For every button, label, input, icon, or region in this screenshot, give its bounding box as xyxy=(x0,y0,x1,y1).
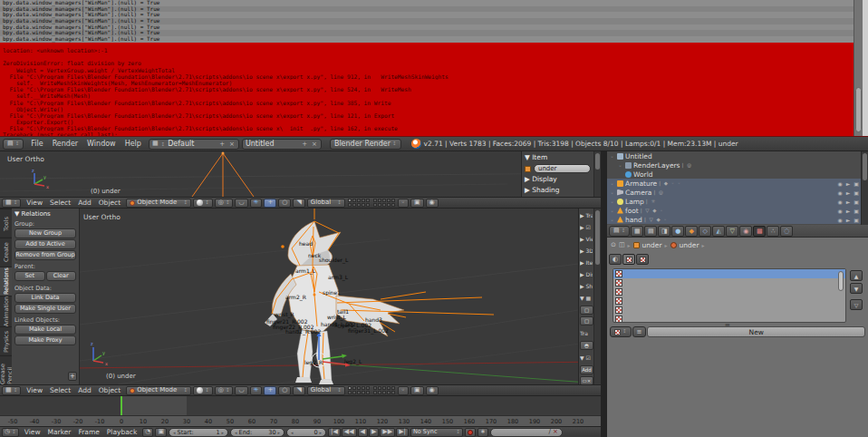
eye-toggle-icon[interactable]: ◉ xyxy=(837,208,842,214)
expand-toggle-icon[interactable]: ◦ xyxy=(609,217,615,223)
editor-type-button[interactable]: ▦↕ xyxy=(2,199,21,208)
playback-button[interactable]: ◀◀ xyxy=(342,428,357,437)
properties-editor[interactable]: ▤↕ ▦▤◨●◆◇◭▽◉▩∴◌ ⊙ ◫ ▸ under ▸ under ▸ ◐ xyxy=(607,225,868,437)
pivot-center-select[interactable]: ◎↕ xyxy=(215,386,234,395)
layers-grid-1[interactable] xyxy=(348,199,370,207)
pin-icon[interactable]: ⊙ xyxy=(611,242,616,248)
npanel-add-button[interactable]: Add xyxy=(580,365,593,374)
npanel-collapsed-header[interactable]: ▶ Vie xyxy=(580,233,593,245)
outliner-row[interactable]: ◦ hand | ▽ ◆ ◦ ◉►▣ xyxy=(607,215,868,224)
add-scene-button[interactable]: + xyxy=(301,141,308,148)
outliner[interactable]: ◦ Untitled ◉►▣ ◦ RenderLayers | ◎ ◉►▣ ◦ … xyxy=(607,151,868,225)
scrollbar-thumb[interactable] xyxy=(855,87,862,132)
texture-slot-row[interactable] xyxy=(613,287,845,296)
menu-item[interactable]: Render xyxy=(48,140,82,148)
npanel-collapsed-header[interactable]: ▶ Tra xyxy=(580,209,593,221)
view-main-scrollbar[interactable] xyxy=(593,209,601,384)
menu-item[interactable]: Help xyxy=(121,140,146,148)
render-toggle-icon[interactable]: ▣ xyxy=(854,180,859,187)
eyedropper-icon[interactable]: ∕ xyxy=(549,429,551,435)
render-image-button[interactable]: ▣ xyxy=(410,199,424,208)
select-toggle-icon[interactable]: ► xyxy=(846,180,851,187)
add-layout-button[interactable]: + xyxy=(218,141,226,148)
breadcrumb-data[interactable]: under xyxy=(680,241,699,249)
menu-item[interactable]: Add xyxy=(74,199,95,207)
menu-item[interactable]: Add xyxy=(74,386,95,394)
properties-tab[interactable]: ◇ xyxy=(699,226,711,237)
other-texture-tab[interactable] xyxy=(636,254,649,265)
npanel-square-button[interactable]: ▢ xyxy=(580,316,593,325)
manipulator-toggle[interactable]: ✳ xyxy=(250,199,263,208)
console-scrollbar[interactable] xyxy=(854,0,863,136)
snap-magnet-toggle[interactable]: ◡ xyxy=(235,386,247,395)
texture-slot-row[interactable] xyxy=(613,296,845,306)
translate-manipulator-button[interactable]: + xyxy=(264,199,276,208)
npanel-collapsed-header[interactable]: ▶ 3D xyxy=(580,245,593,257)
manipulator-toggle[interactable]: ✳ xyxy=(250,386,263,395)
world-texture-tab[interactable]: ◐ xyxy=(609,254,622,265)
properties-tab[interactable]: ● xyxy=(671,226,684,237)
menu-item[interactable]: Object xyxy=(95,199,124,207)
properties-tab[interactable]: ▦ xyxy=(631,226,643,237)
panel-title[interactable]: ▼ Relations xyxy=(14,210,76,218)
select-toggle-icon[interactable]: ► xyxy=(846,208,851,214)
object-name-input[interactable]: under xyxy=(534,164,591,173)
linked-button[interactable]: Make Proxy xyxy=(14,335,76,345)
breadcrumb-object[interactable]: under xyxy=(642,241,662,249)
scale-manipulator-button[interactable]: ◥ xyxy=(293,386,304,395)
opengl-render-button[interactable]: ◉ xyxy=(426,199,439,208)
clear-icon[interactable]: × xyxy=(553,429,558,435)
render-toggle-icon[interactable]: ▣ xyxy=(854,217,859,223)
scrollbar-thumb[interactable] xyxy=(595,153,600,170)
lock-to-scene-toggle[interactable]: ◦ xyxy=(398,386,409,395)
transform-orientation-select[interactable]: Global↕ xyxy=(307,386,345,395)
keying-set-field[interactable]: ∕ × xyxy=(490,428,563,437)
tool-shelf-tab[interactable]: Relations xyxy=(0,267,12,296)
view-top-scrollbar[interactable] xyxy=(593,151,601,197)
parent-button[interactable]: Clear xyxy=(46,271,77,281)
item-panel-header[interactable]: ▼ Item xyxy=(525,152,591,163)
decrement-arrow-icon[interactable]: ◂ xyxy=(173,430,176,435)
new-texture-button[interactable]: New xyxy=(647,326,865,337)
decrement-arrow-icon[interactable]: ◂ xyxy=(235,430,237,435)
lock-to-scene-toggle[interactable]: ◦ xyxy=(398,199,409,208)
auto-keyframe-toggle[interactable] xyxy=(465,428,476,437)
outliner-scrollbar[interactable] xyxy=(861,151,868,225)
playback-button[interactable]: ▶ xyxy=(369,428,379,437)
properties-tab[interactable]: ◉ xyxy=(739,226,752,237)
current-frame-field[interactable]: ◂ 0 ▸ xyxy=(286,428,326,437)
outliner-row[interactable]: ◦ World ◉►▣ xyxy=(607,170,868,179)
current-frame-marker[interactable] xyxy=(121,396,122,415)
eye-toggle-icon[interactable]: ◉ xyxy=(837,217,842,223)
editor-type-button[interactable]: ▦↕ xyxy=(2,386,21,395)
mode-select[interactable]: Object Mode↕ xyxy=(126,199,191,208)
properties-tab[interactable]: ◭ xyxy=(712,226,725,237)
texture-browse-button[interactable]: ↕ xyxy=(610,326,632,337)
scale-manipulator-button[interactable]: ◥ xyxy=(293,199,304,208)
npanel-open-header[interactable]: ▼ ▦ xyxy=(580,292,593,304)
npanel-check-header[interactable]: ▼ ☑ xyxy=(580,352,593,364)
properties-tab[interactable]: ∴ xyxy=(767,226,779,237)
slot-specials-button[interactable]: ▽ xyxy=(850,299,863,310)
tool-shelf-tab[interactable]: Create xyxy=(0,238,12,267)
transform-orientation-select[interactable]: Global↕ xyxy=(307,199,345,208)
objectdata-button[interactable]: Link Data xyxy=(14,293,76,303)
rotate-manipulator-button[interactable]: ○ xyxy=(278,199,291,208)
npanel-collapsed-header[interactable]: ▶ ☑ xyxy=(580,221,593,233)
outliner-row[interactable]: ◦ Camera | ◎ ◉►▣ xyxy=(607,188,868,197)
expand-toggle-icon[interactable]: ◦ xyxy=(609,199,615,205)
layers-grid-2[interactable] xyxy=(373,386,395,394)
material-texture-tab[interactable] xyxy=(622,254,635,265)
playback-button[interactable]: ▶| xyxy=(396,428,409,437)
rotate-manipulator-button[interactable]: ○ xyxy=(278,386,291,395)
outliner-row[interactable]: ◦ Untitled ◉►▣ xyxy=(607,151,868,160)
increment-arrow-icon[interactable]: ▸ xyxy=(320,430,323,435)
eye-toggle-icon[interactable]: ◉ xyxy=(837,189,842,196)
decrement-arrow-icon[interactable]: ◂ xyxy=(291,430,294,435)
scrollbar-thumb[interactable] xyxy=(863,153,867,180)
preview-range-toggle[interactable]: ◔ xyxy=(142,428,153,437)
outliner-row[interactable]: ◦ Lamp | ☼ ◉►▣ xyxy=(607,197,868,206)
expand-toggle-icon[interactable]: ◦ xyxy=(609,180,615,187)
eye-toggle-icon[interactable]: ◉ xyxy=(837,199,842,205)
menu-item[interactable]: View xyxy=(23,386,46,394)
